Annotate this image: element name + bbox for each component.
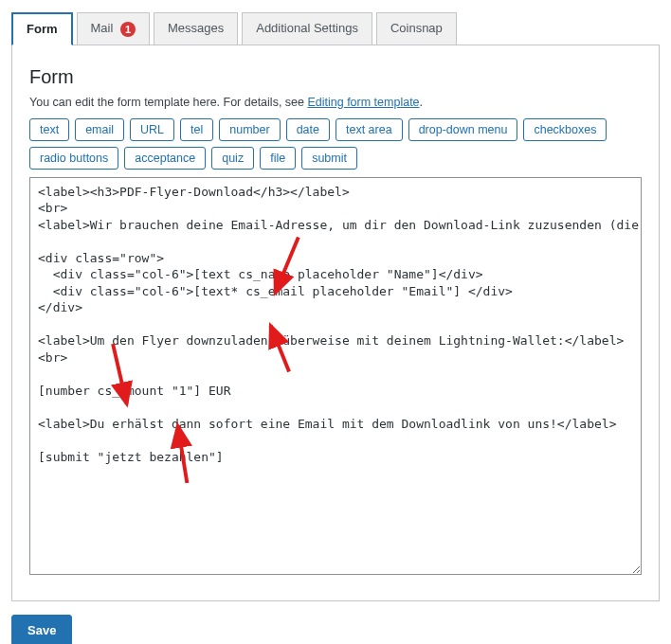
tab-label: Coinsnap (390, 21, 443, 35)
tag-tel-button[interactable]: tel (180, 118, 213, 141)
code-area-wrap (29, 177, 642, 578)
tab-form[interactable]: Form (11, 12, 73, 45)
tag-submit-button[interactable]: submit (301, 147, 357, 170)
tag-text-button[interactable]: text (29, 118, 69, 141)
tab-coinsnap[interactable]: Coinsnap (376, 12, 457, 45)
tag-generator-row: text email URL tel number date text area… (29, 118, 642, 170)
tag-email-button[interactable]: email (75, 118, 124, 141)
tab-bar: Form Mail 1 Messages Additional Settings… (11, 11, 660, 45)
tag-url-button[interactable]: URL (130, 118, 174, 141)
tab-label: Messages (168, 21, 224, 35)
save-button[interactable]: Save (11, 615, 72, 644)
form-template-editor[interactable] (29, 177, 642, 575)
tab-label: Form (27, 22, 58, 36)
tag-checkboxes-button[interactable]: checkboxes (523, 118, 607, 141)
tab-messages[interactable]: Messages (154, 12, 238, 45)
tag-textarea-button[interactable]: text area (336, 118, 403, 141)
tag-quiz-button[interactable]: quiz (211, 147, 254, 170)
tag-dropdown-button[interactable]: drop-down menu (408, 118, 518, 141)
tag-number-button[interactable]: number (219, 118, 280, 141)
tag-file-button[interactable]: file (260, 147, 296, 170)
tag-date-button[interactable]: date (286, 118, 330, 141)
section-title: Form (29, 66, 642, 88)
help-suffix: . (420, 96, 423, 109)
tab-label: Additional Settings (256, 21, 358, 35)
notification-badge: 1 (120, 22, 136, 37)
tag-acceptance-button[interactable]: acceptance (124, 147, 206, 170)
tab-label: Mail (91, 21, 114, 35)
tab-mail[interactable]: Mail 1 (77, 12, 150, 45)
help-prefix: You can edit the form template here. For… (29, 96, 307, 109)
help-text: You can edit the form template here. For… (29, 96, 642, 109)
help-link[interactable]: Editing form template (307, 96, 419, 109)
tab-additional-settings[interactable]: Additional Settings (242, 12, 372, 45)
form-panel: Form You can edit the form template here… (11, 45, 660, 601)
tag-radio-button[interactable]: radio buttons (29, 147, 118, 170)
